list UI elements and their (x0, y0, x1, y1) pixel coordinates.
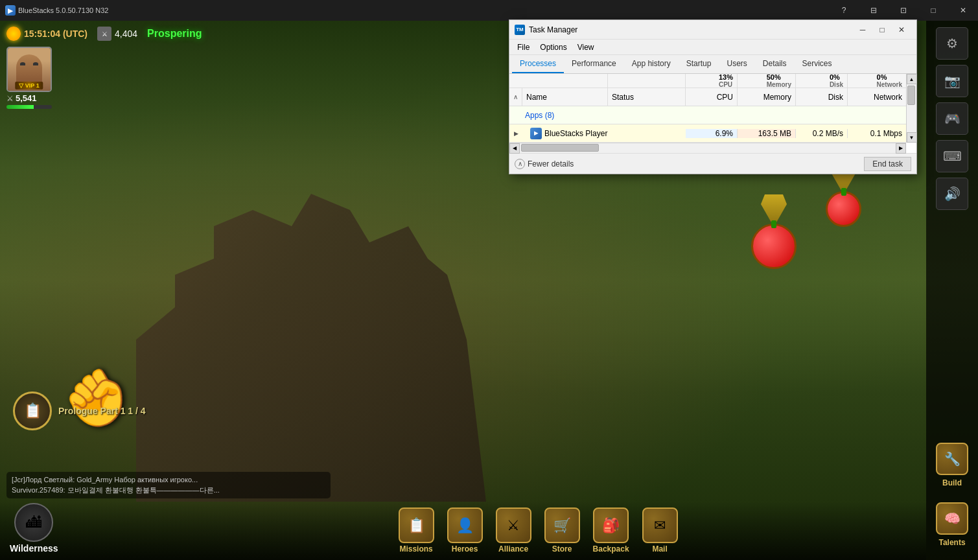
bs-expand-arrow: ▶ (509, 130, 522, 137)
bs-window-controls: ? ⊟ ⊡ □ ✕ (829, 0, 978, 21)
backpack-label: Backpack (593, 544, 629, 554)
col-header-cpu[interactable]: CPU (686, 88, 738, 106)
bs-maximize-button[interactable]: □ (918, 0, 948, 21)
sidebar-icon-4[interactable]: ⌨ (936, 140, 968, 172)
wilderness-label: Wilderness (10, 543, 58, 554)
nav-mail[interactable]: ✉ Mail (636, 504, 684, 557)
store-icon: 🛒 (544, 508, 580, 543)
sort-indicator: ∧ (509, 88, 522, 106)
task-manager-menubar: File Options View (509, 40, 916, 55)
bluestacks-icon: ▶ (5, 5, 16, 16)
stats-cpu: 13% CPU (686, 74, 738, 88)
tab-processes[interactable]: Processes (512, 55, 564, 73)
wilderness-icon: 🏙 (14, 503, 53, 542)
nav-wilderness[interactable]: 🏙 Wilderness (0, 500, 68, 557)
nav-alliance[interactable]: ⚔ Alliance (489, 504, 538, 557)
scrollbar-area: 13% CPU 50% Memory 0% Disk (509, 74, 916, 143)
chat-line-2: Survivor.257489: 모바일결제 환불대행 환불특——————다른.… (12, 485, 325, 495)
sidebar-icon-3[interactable]: 🎮 (936, 102, 968, 135)
tm-close-button[interactable]: ✕ (892, 21, 911, 39)
tomato-marker-1 (751, 194, 797, 269)
col-header-network[interactable]: Network (848, 88, 906, 106)
bs-minimize-button[interactable]: ⊟ (859, 0, 889, 21)
fewer-details-icon: ∧ (515, 159, 525, 169)
bottom-nav: 🏙 Wilderness 📋 Missions 👤 Heroes ⚔ Allia… (0, 500, 926, 560)
nav-store[interactable]: 🛒 Store (538, 504, 587, 557)
task-manager-title: Task Manager (529, 25, 853, 34)
tab-details[interactable]: Details (755, 55, 795, 73)
tab-app-history[interactable]: App history (624, 55, 679, 73)
col-header-disk[interactable]: Disk (796, 88, 848, 106)
col-header-status[interactable]: Status (608, 88, 686, 106)
menu-options[interactable]: Options (535, 41, 572, 53)
backpack-icon: 🎒 (593, 508, 629, 543)
tab-performance[interactable]: Performance (564, 55, 624, 73)
build-label: Build (942, 478, 962, 487)
vip-badge: ▽ VIP 1 (15, 82, 43, 89)
process-list: 13% CPU 50% Memory 0% Disk (509, 74, 906, 143)
fewer-details-label: Fewer details (528, 159, 574, 169)
bluestacks-process-name: BlueStacks Player (544, 129, 608, 138)
stats-memory: 50% Memory (738, 74, 796, 88)
sidebar-icon-1[interactable]: ⚙ (936, 27, 968, 60)
bottom-hud: 🏙 Wilderness 📋 Missions 👤 Heroes ⚔ Allia… (0, 502, 926, 560)
horizontal-scrollbar[interactable]: ◀ ▶ (509, 143, 906, 153)
sidebar-icon-2[interactable]: 📷 (936, 65, 968, 97)
prosperity-status: Prospering (147, 28, 202, 40)
heroes-label: Heroes (452, 544, 478, 554)
chat-area: [Jcr]Лорд Светлый: Gold_Army Набор актив… (6, 472, 331, 498)
alliance-icon: ⚔ (496, 508, 531, 543)
player-avatar-area: ▽ VIP 1 ⚔ 5,541 (6, 47, 52, 109)
stats-disk: 0% Disk (796, 74, 848, 88)
bs-restore-button[interactable]: ⊡ (889, 0, 918, 21)
nav-heroes[interactable]: 👤 Heroes (441, 504, 489, 557)
talents-button[interactable]: 🧠 Talents (936, 502, 968, 547)
apps-section-header[interactable]: Apps (8) (509, 106, 906, 124)
scroll-track[interactable] (907, 84, 916, 132)
hscroll-thumb[interactable] (521, 144, 599, 152)
scroll-left-button[interactable]: ◀ (509, 143, 520, 154)
bluestacks-logo: ▶ BlueStacks 5.0.50.7130 N32 (0, 5, 113, 16)
col-header-name[interactable]: Name (522, 88, 608, 106)
end-task-button[interactable]: End task (864, 157, 911, 171)
bluestacks-titlebar: ▶ BlueStacks 5.0.50.7130 N32 ? ⊟ ⊡ □ ✕ (0, 0, 978, 21)
bs-help-button[interactable]: ? (829, 0, 859, 21)
bluestacks-network: 0.1 Mbps (848, 129, 906, 138)
scroll-right-button[interactable]: ▶ (896, 143, 906, 154)
bs-close-button[interactable]: ✕ (948, 0, 978, 21)
nav-missions[interactable]: 📋 Missions (392, 504, 441, 557)
mission-indicator[interactable]: 📋 Prologue Part 1 1 / 4 (13, 391, 146, 430)
column-headers: ∧ Name Status CPU Memory Disk Network (509, 88, 906, 106)
game-time: 15:51:04 (UTC) (6, 27, 87, 41)
bluestacks-cpu: 6.9% (686, 129, 738, 138)
task-manager-tabs: Processes Performance App history Startu… (509, 55, 916, 74)
health-fill (6, 105, 34, 109)
mail-icon: ✉ (642, 508, 678, 543)
hscroll-track[interactable] (520, 143, 896, 153)
nav-backpack[interactable]: 🎒 Backpack (587, 504, 636, 557)
scroll-thumb[interactable] (907, 86, 915, 105)
bluestacks-process-icon: ▶ (530, 128, 542, 139)
tab-users[interactable]: Users (719, 55, 754, 73)
menu-view[interactable]: View (572, 41, 600, 53)
talents-label: Talents (938, 538, 965, 547)
col-header-memory[interactable]: Memory (738, 88, 796, 106)
task-manager-window: TM Task Manager ─ □ ✕ File Options View … (509, 19, 917, 174)
sun-icon (6, 27, 21, 41)
bluestacks-title: BlueStacks 5.0.50.7130 N32 (18, 6, 108, 14)
sidebar-icon-5[interactable]: 🔊 (936, 178, 968, 210)
store-label: Store (552, 544, 572, 554)
vertical-scrollbar[interactable]: ▲ ▼ (906, 74, 916, 143)
tm-minimize-button[interactable]: ─ (853, 21, 872, 39)
menu-file[interactable]: File (512, 41, 535, 53)
stats-network: 0% Network (848, 74, 906, 88)
tab-services[interactable]: Services (795, 55, 840, 73)
tab-startup[interactable]: Startup (679, 55, 719, 73)
troops-icon: ⚔ (97, 27, 111, 41)
tm-restore-button[interactable]: □ (872, 21, 892, 39)
scroll-up-button[interactable]: ▲ (907, 74, 917, 84)
scroll-down-button[interactable]: ▼ (907, 132, 917, 143)
bluestacks-process-row[interactable]: ▶ ▶ BlueStacks Player 6.9% 163.5 MB 0.2 … (509, 124, 906, 143)
fewer-details-button[interactable]: ∧ Fewer details (515, 159, 574, 169)
build-button[interactable]: 🔧 Build (936, 443, 968, 487)
